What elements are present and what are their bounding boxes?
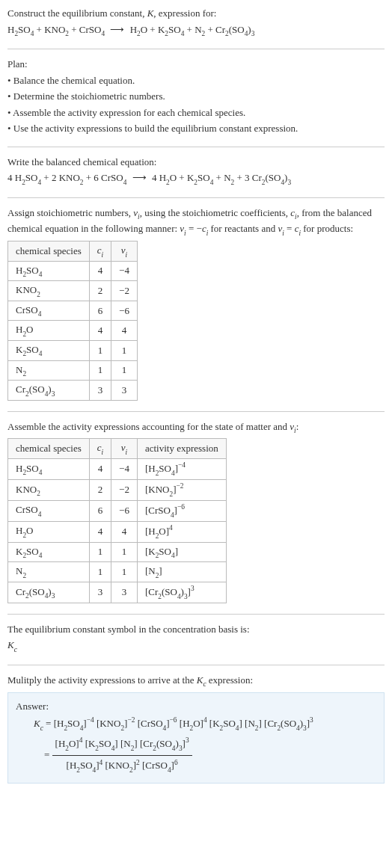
- sub: 3: [251, 30, 255, 37]
- t: + 2 KNO: [41, 172, 80, 183]
- sub: 3: [287, 179, 291, 186]
- t: SO: [18, 24, 31, 35]
- species-cell: CrSO4: [8, 301, 90, 321]
- t: (SO: [265, 172, 281, 183]
- table-header-row: chemical species ci νi: [8, 241, 138, 262]
- reaction-arrow-icon: ⟶: [132, 170, 147, 185]
- t: + N: [213, 172, 230, 183]
- rhs: H2O + K2SO4 + N2 + Cr2(SO4)3: [130, 24, 255, 35]
- species-cell: CrSO4: [8, 500, 90, 521]
- sub: 2: [65, 30, 69, 37]
- c: 4: [89, 521, 111, 542]
- answer-box: Answer: Kc = [H2SO4]−4 [KNO2]−2 [CrSO4]−…: [7, 692, 385, 784]
- c: 6: [89, 500, 111, 521]
- plan-title: Plan:: [7, 57, 385, 72]
- activity-title: Assemble the activity expressions accoun…: [7, 419, 385, 436]
- balanced-equation: Write the balanced chemical equation: 4 …: [7, 155, 385, 187]
- text: , expression for:: [153, 7, 216, 19]
- v: −4: [111, 458, 138, 479]
- sub: 4: [37, 179, 41, 186]
- divider: [7, 665, 385, 665]
- sub: 2: [194, 179, 197, 186]
- sub: 2: [22, 179, 25, 186]
- kc-expression-1: Kc = [H2SO4]−4 [KNO2]−2 [CrSO4]−6 [H2O]4…: [16, 715, 376, 735]
- v-cell: −6: [111, 301, 138, 321]
- sub: 4: [123, 179, 127, 186]
- sub: 2: [231, 179, 235, 186]
- divider: [7, 411, 385, 412]
- expr: [K2SO4]: [137, 542, 226, 562]
- table-row: Cr2(SO4)333: [8, 381, 138, 401]
- balance-equation: 4 H2SO4 + 2 KNO2 + 6 CrSO4 ⟶ 4 H2O + K2S…: [7, 170, 385, 187]
- final-title: Mulitply the activity expressions to arr…: [7, 673, 385, 689]
- sub: 2: [225, 30, 229, 37]
- sub: 2: [262, 179, 266, 186]
- t: + Cr: [205, 24, 225, 35]
- sub: 2: [165, 30, 168, 37]
- c-cell: 4: [89, 261, 111, 281]
- t: , using the stoichiometric coefficients,: [140, 207, 291, 218]
- lhs: H2SO4 + KNO2 + CrSO4: [7, 24, 105, 35]
- t: O + K: [170, 172, 195, 183]
- t: Mulitply the activity expressions to arr…: [7, 674, 197, 686]
- t: SO: [197, 172, 210, 183]
- t: + 6 CrSO: [84, 172, 123, 183]
- plan-item: • Assemble the activity expression for e…: [7, 105, 385, 120]
- table-row: KNO22−2: [8, 281, 138, 301]
- eq: ci: [295, 223, 301, 234]
- t: Assign stoichiometric numbers,: [7, 207, 133, 218]
- activity-table: chemical species ci νi activity expressi…: [7, 438, 227, 603]
- t: H: [130, 24, 137, 35]
- table-row: KNO22−2[KNO2]−2: [8, 479, 227, 500]
- c: 2: [89, 479, 111, 500]
- denominator: [H2SO4]4 [KNO2]2 [CrSO4]6: [52, 756, 192, 777]
- intro-equation: H2SO4 + KNO2 + CrSO4 ⟶ H2O + K2SO4 + N2 …: [7, 22, 385, 39]
- divider: [7, 197, 385, 198]
- t: for products:: [301, 223, 353, 234]
- v-cell: 4: [111, 321, 138, 341]
- species-cell: N2: [8, 562, 90, 582]
- plan: Plan: • Balance the chemical equation. •…: [7, 57, 385, 136]
- balance-title: Write the balanced chemical equation:: [7, 155, 385, 170]
- answer-label: Answer:: [16, 699, 376, 714]
- v: 3: [111, 582, 138, 603]
- species-cell: KNO2: [8, 281, 90, 301]
- species-cell: Cr2(SO4)3: [8, 381, 90, 401]
- plan-item: • Determine the stoichiometric numbers.: [7, 89, 385, 104]
- expr: [KNO2]−2: [137, 479, 226, 500]
- t: O + K: [141, 24, 165, 35]
- c-cell: 3: [89, 381, 111, 401]
- symbol: The equilibrium constant symbol in the c…: [7, 622, 385, 654]
- kc-expression-2: = [H2O]4 [K2SO4] [N2] [Cr2(SO4)3]3 [H2SO…: [16, 735, 376, 777]
- header-nui: νi: [111, 241, 138, 262]
- sub: 4: [210, 179, 214, 186]
- header-nui: νi: [111, 439, 138, 459]
- v-cell: 1: [111, 360, 138, 381]
- intro: Construct the equilibrium constant, K, e…: [7, 6, 385, 38]
- plan-item: • Use the activity expressions to build …: [7, 121, 385, 136]
- fraction: [H2O]4 [K2SO4] [N2] [Cr2(SO4)3]3 [H2SO4]…: [52, 735, 192, 777]
- t: = −: [186, 223, 202, 234]
- v: 1: [111, 542, 138, 562]
- t: SO: [25, 172, 38, 183]
- header-ci: ci: [89, 439, 111, 459]
- kc-symbol: Kc: [7, 638, 385, 654]
- v: −2: [111, 479, 138, 500]
- stoich-table: chemical species ci νi H2SO44−4 KNO22−2 …: [7, 241, 138, 401]
- expr: [CrSO4]−6: [137, 500, 226, 521]
- sub: 4: [281, 179, 284, 186]
- table-row: CrSO46−6: [8, 301, 138, 321]
- t: for reactants and: [208, 223, 278, 234]
- symbol-text: The equilibrium constant symbol in the c…: [7, 622, 385, 637]
- var-nu: νi: [290, 421, 295, 432]
- eq: =: [44, 749, 52, 760]
- assign: Assign stoichiometric numbers, νi, using…: [7, 206, 385, 401]
- c-cell: 4: [89, 321, 111, 341]
- v-cell: 3: [111, 381, 138, 401]
- sub: 2: [137, 30, 141, 37]
- t: expression:: [206, 674, 253, 686]
- sub: 4: [31, 30, 34, 37]
- t: SO: [168, 24, 181, 35]
- sub: 4: [101, 30, 105, 37]
- t: Assemble the activity expressions accoun…: [7, 421, 290, 432]
